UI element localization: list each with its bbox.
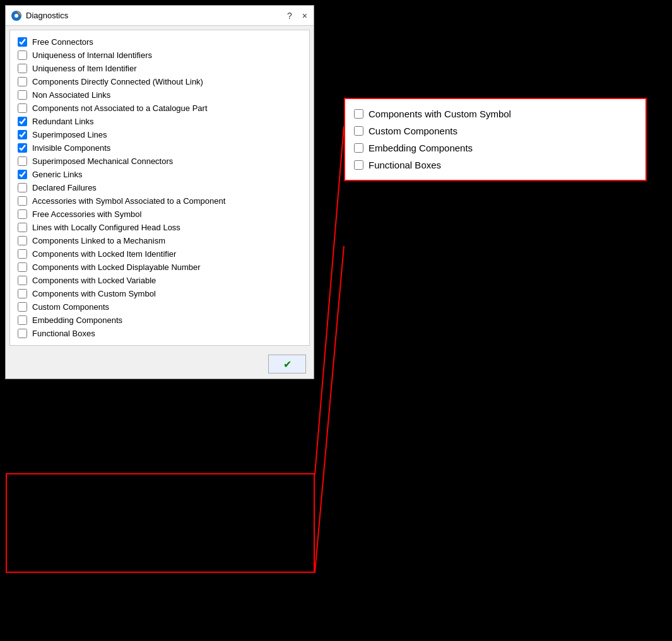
checkbox-item-8: Superimposed Lines [18,128,302,141]
zoom-checkbox-label-2[interactable]: Custom Components [368,126,457,136]
checkbox-23[interactable] [18,329,27,338]
checkbox-item-21: Custom Components [18,300,302,314]
checkbox-21[interactable] [18,302,27,312]
checkbox-label-23[interactable]: Functional Boxes [32,329,95,338]
checkbox-label-13[interactable]: Accessories with Symbol Associated to a … [32,196,225,206]
checkbox-11[interactable] [18,170,27,179]
svg-line-2 [315,126,344,474]
checkbox-15[interactable] [18,223,27,232]
zoom-checkbox-list: Components with Custom SymbolCustom Comp… [354,105,637,173]
checkbox-item-17: Components with Locked Item Identifier [18,247,302,261]
checkbox-item-19: Components with Locked Variable [18,274,302,287]
close-button[interactable]: × [301,11,309,20]
zoom-checkbox-item-1: Components with Custom Symbol [354,105,637,122]
zoom-checkbox-item-4: Functional Boxes [354,156,637,173]
highlight-box-dialog [6,473,315,573]
zoom-checkbox-3[interactable] [354,143,363,153]
checkbox-item-11: Generic Links [18,168,302,181]
titlebar-right: ? × [286,11,309,20]
checkbox-20[interactable] [18,289,27,298]
zoom-checkbox-item-3: Embedding Components [354,139,637,156]
checkbox-label-5[interactable]: Non Associated Links [32,90,110,100]
checkbox-2[interactable] [18,50,27,60]
checkbox-19[interactable] [18,276,27,285]
checkbox-item-18: Components with Locked Displayable Numbe… [18,261,302,274]
checkbox-14[interactable] [18,209,27,219]
svg-point-1 [15,14,18,18]
checkbox-item-22: Embedding Components [18,314,302,327]
zoom-checkbox-1[interactable] [354,109,363,119]
checkbox-label-14[interactable]: Free Accessories with Symbol [32,209,141,219]
dialog-title: Diagnostics [26,11,68,20]
checkbox-22[interactable] [18,315,27,325]
checkbox-label-3[interactable]: Uniqueness of Item Identifier [32,64,136,73]
checkbox-7[interactable] [18,117,27,126]
dialog-body: Free ConnectorsUniqueness of Internal Id… [9,30,310,346]
checkbox-item-4: Components Directly Connected (Without L… [18,75,302,88]
checkbox-item-9: Invisible Components [18,141,302,155]
checkbox-label-11[interactable]: Generic Links [32,170,82,179]
checkbox-5[interactable] [18,90,27,100]
checkbox-18[interactable] [18,262,27,272]
dialog-footer: ✔ [6,350,314,379]
checkbox-label-21[interactable]: Custom Components [32,302,109,312]
zoom-checkbox-item-2: Custom Components [354,122,637,139]
checkbox-label-16[interactable]: Components Linked to a Mechanism [32,236,165,245]
checkbox-item-2: Uniqueness of Internal Identifiers [18,49,302,62]
titlebar-left: Diagnostics [11,10,68,21]
checkbox-item-1: Free Connectors [18,35,302,49]
checkbox-list: Free ConnectorsUniqueness of Internal Id… [18,35,302,340]
checkbox-label-19[interactable]: Components with Locked Variable [32,276,156,285]
checkbox-label-1[interactable]: Free Connectors [32,37,93,47]
checkbox-item-3: Uniqueness of Item Identifier [18,62,302,75]
checkbox-9[interactable] [18,143,27,153]
zoom-checkbox-label-1[interactable]: Components with Custom Symbol [368,109,511,119]
checkbox-label-6[interactable]: Components not Associated to a Catalogue… [32,103,208,113]
checkbox-label-8[interactable]: Superimposed Lines [32,130,107,139]
checkbox-13[interactable] [18,196,27,206]
checkbox-label-17[interactable]: Components with Locked Item Identifier [32,249,176,259]
ok-icon: ✔ [283,358,292,370]
checkbox-item-15: Lines with Locally Configured Head Loss [18,221,302,234]
help-button[interactable]: ? [286,11,293,20]
checkbox-label-15[interactable]: Lines with Locally Configured Head Loss [32,223,180,232]
checkbox-label-4[interactable]: Components Directly Connected (Without L… [32,77,203,86]
checkbox-item-5: Non Associated Links [18,88,302,102]
dialog-titlebar: Diagnostics ? × [6,6,314,26]
checkbox-10[interactable] [18,156,27,166]
svg-line-3 [315,246,344,573]
checkbox-item-20: Components with Custom Symbol [18,287,302,300]
zoom-checkbox-4[interactable] [354,160,363,170]
checkbox-item-7: Redundant Links [18,115,302,128]
checkbox-17[interactable] [18,249,27,259]
checkbox-label-9[interactable]: Invisible Components [32,143,110,153]
checkbox-item-12: Declared Failures [18,181,302,194]
app-icon [11,10,22,21]
diagnostics-dialog: Diagnostics ? × Free ConnectorsUniquenes… [5,5,314,379]
checkbox-6[interactable] [18,103,27,113]
checkbox-item-13: Accessories with Symbol Associated to a … [18,194,302,208]
zoom-panel: Components with Custom SymbolCustom Comp… [344,98,647,181]
checkbox-item-23: Functional Boxes [18,327,302,340]
checkbox-label-12[interactable]: Declared Failures [32,183,97,192]
zoom-checkbox-2[interactable] [354,126,363,136]
checkbox-label-10[interactable]: Superimposed Mechanical Connectors [32,156,173,166]
ok-button[interactable]: ✔ [268,355,306,373]
checkbox-label-2[interactable]: Uniqueness of Internal Identifiers [32,50,152,60]
checkbox-item-10: Superimposed Mechanical Connectors [18,155,302,168]
zoom-checkbox-label-4[interactable]: Functional Boxes [368,160,441,170]
checkbox-4[interactable] [18,77,27,86]
zoom-checkbox-label-3[interactable]: Embedding Components [368,143,473,153]
checkbox-label-20[interactable]: Components with Custom Symbol [32,289,156,298]
checkbox-label-22[interactable]: Embedding Components [32,315,122,325]
checkbox-item-16: Components Linked to a Mechanism [18,234,302,247]
checkbox-label-7[interactable]: Redundant Links [32,117,94,126]
checkbox-1[interactable] [18,37,27,47]
checkbox-item-6: Components not Associated to a Catalogue… [18,102,302,115]
checkbox-label-18[interactable]: Components with Locked Displayable Numbe… [32,262,201,272]
checkbox-12[interactable] [18,183,27,192]
checkbox-3[interactable] [18,64,27,73]
checkbox-item-14: Free Accessories with Symbol [18,208,302,221]
checkbox-8[interactable] [18,130,27,139]
checkbox-16[interactable] [18,236,27,245]
